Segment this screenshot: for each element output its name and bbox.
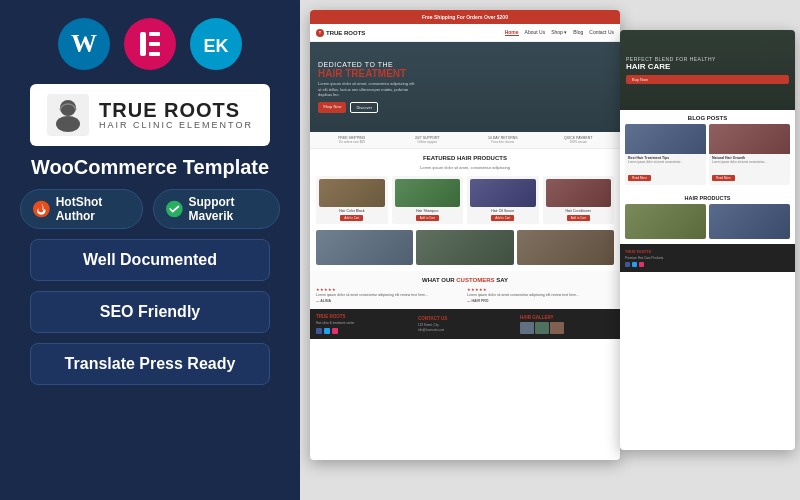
blog-post-text-1: Lorem ipsum dolor sit amet consectetur..… xyxy=(628,161,703,165)
side-social-icons xyxy=(625,262,790,267)
benefit-1: FREE SHIPPINGOn orders over $99 xyxy=(316,136,388,144)
product-4: Hair Conditioner Add to Cart xyxy=(543,176,615,224)
template-label: WooCommerce Template xyxy=(31,156,269,179)
svg-point-11 xyxy=(56,116,80,132)
hotshot-icon xyxy=(33,199,50,219)
product-img-2 xyxy=(395,179,461,207)
benefit-3: 14 DAY RETURNSFuss free returns xyxy=(467,136,539,144)
testimonials-row: ★★★★★ Lorem ipsum dolor sit amet consect… xyxy=(316,287,614,303)
side-mockup: PERFECT BLEND FOR HEALTHY HAIR CARE Buy … xyxy=(620,30,795,450)
mockup-logo-icon: T xyxy=(316,29,324,37)
well-documented-btn[interactable]: Well Documented xyxy=(30,239,270,281)
twitter-icon xyxy=(324,328,330,334)
product-btn-1[interactable]: Add to Cart xyxy=(340,215,363,221)
nav-shop: Shop ▾ xyxy=(551,29,567,36)
products-subtitle: Lorem ipsum dolor sit amet, consectetur … xyxy=(316,165,614,170)
footer-col-1: TRUE ROOTS Hair clinic & treatment cente… xyxy=(316,314,410,334)
blog-items-row: Best Hair Treatment Tips Lorem ipsum dol… xyxy=(625,124,790,185)
blog-img-1 xyxy=(625,124,706,154)
side-facebook-icon xyxy=(625,262,630,267)
footer-gallery-img-3 xyxy=(550,322,564,334)
nav-blog: Blog xyxy=(573,29,583,36)
side-footer: TRUE ROOTS Premium Hair Care Products xyxy=(620,244,795,272)
svg-rect-4 xyxy=(149,32,160,36)
side-instagram-icon xyxy=(639,262,644,267)
hero-discover-btn[interactable]: Discover xyxy=(350,102,378,113)
left-panel: W EK TRUE ROOTS HAIR CLINIC ELEMENTOR xyxy=(0,0,300,500)
benefit-4: QUICK PAYMENT100% secure xyxy=(543,136,615,144)
hero-desc: Lorem ipsum dolor sit amet, consectetur … xyxy=(318,81,418,98)
side-blog-title: BLOG POSTS xyxy=(625,115,790,121)
footer-col-3: HAIR GALLERY xyxy=(520,315,614,334)
testimonials-section: WHAT OUR CUSTOMERS SAY ★★★★★ Lorem ipsum… xyxy=(310,271,620,309)
svg-rect-3 xyxy=(140,32,146,56)
product-btn-3[interactable]: Add to Cart xyxy=(491,215,514,221)
products-row: Hair Color Black Add to Cart Hair Shampo… xyxy=(316,176,614,224)
ek-icon: EK xyxy=(190,18,242,70)
hotshot-label: HotShot Author xyxy=(56,195,130,223)
testimonial-1: ★★★★★ Lorem ipsum dolor sit amet consect… xyxy=(316,287,463,303)
mockup-hero-text: DEDICATED TO THE HAIR TREATMENT Lorem ip… xyxy=(318,61,418,113)
gallery-row xyxy=(310,230,620,271)
mockup-nav-logo: T TRUE ROOTS xyxy=(316,29,365,37)
logo-box: TRUE ROOTS HAIR CLINIC ELEMENTOR xyxy=(30,84,270,146)
footer-gallery xyxy=(520,322,614,334)
nav-home: Home xyxy=(505,29,519,36)
side-hero-btn[interactable]: Buy Now xyxy=(626,75,789,84)
svg-rect-6 xyxy=(149,52,160,56)
elementor-icon xyxy=(124,18,176,70)
gallery-img-3 xyxy=(517,230,614,265)
side-extra-items xyxy=(625,204,790,239)
badge-row: HotShot Author Support Maverik xyxy=(20,189,280,229)
testimonials-title: WHAT OUR CUSTOMERS SAY xyxy=(316,277,614,283)
side-extra-section: HAIR PRODUCTS xyxy=(620,190,795,244)
svg-point-10 xyxy=(60,100,76,116)
side-hero: PERFECT BLEND FOR HEALTHY HAIR CARE Buy … xyxy=(620,30,795,110)
side-twitter-icon xyxy=(632,262,637,267)
side-hero-title: HAIR CARE xyxy=(626,62,789,71)
logo-subtitle: HAIR CLINIC ELEMENTOR xyxy=(99,120,253,130)
blog-item-1: Best Hair Treatment Tips Lorem ipsum dol… xyxy=(625,124,706,185)
social-icons xyxy=(316,328,410,334)
svg-text:EK: EK xyxy=(203,36,228,56)
logo-text: TRUE ROOTS HAIR CLINIC ELEMENTOR xyxy=(99,100,253,130)
blog-read-btn-1[interactable]: Read More xyxy=(628,175,651,181)
svg-text:W: W xyxy=(71,29,97,58)
benefit-2: 24/7 SUPPORTOnline support xyxy=(392,136,464,144)
testimonial-2: ★★★★★ Lorem ipsum dolor sit amet consect… xyxy=(467,287,614,303)
facebook-icon xyxy=(316,328,322,334)
hero-shop-btn[interactable]: Shop Now xyxy=(318,102,346,113)
instagram-icon xyxy=(332,328,338,334)
nav-contact: Contact Us xyxy=(589,29,614,36)
product-name-3: Hair Oil Serum xyxy=(491,209,514,213)
main-mockup: Free Shipping For Orders Over $200 T TRU… xyxy=(310,10,620,460)
product-btn-2[interactable]: Add to Cart xyxy=(416,215,439,221)
products-section: FEATURED HAIR PRODUCTS Lorem ipsum dolor… xyxy=(310,149,620,230)
translate-press-btn[interactable]: Translate Press Ready xyxy=(30,343,270,385)
side-extra-title: HAIR PRODUCTS xyxy=(625,195,790,201)
products-title: FEATURED HAIR PRODUCTS xyxy=(316,155,614,161)
blog-content-1: Best Hair Treatment Tips Lorem ipsum dol… xyxy=(625,154,706,185)
benefits-bar: FREE SHIPPINGOn orders over $99 24/7 SUP… xyxy=(310,132,620,149)
product-name-4: Hair Conditioner xyxy=(566,209,591,213)
side-product-img-1 xyxy=(625,204,706,239)
side-footer-text: Premium Hair Care Products xyxy=(625,256,790,260)
hero-title: HAIR TREATMENT xyxy=(318,68,418,79)
seo-friendly-btn[interactable]: SEO Friendly xyxy=(30,291,270,333)
side-product-img-2 xyxy=(709,204,790,239)
plugin-icons-row: W EK xyxy=(58,18,242,70)
support-maverik-badge: Support Maverik xyxy=(153,189,280,229)
mockup-nav: T TRUE ROOTS Home About Us Shop ▾ Blog C… xyxy=(310,24,620,42)
blog-post-text-2: Lorem ipsum dolor sit amet consectetur..… xyxy=(712,161,787,165)
product-btn-4[interactable]: Add to Cart xyxy=(567,215,590,221)
mockup-footer: TRUE ROOTS Hair clinic & treatment cente… xyxy=(310,309,620,339)
svg-point-12 xyxy=(33,201,50,218)
side-blog-section: BLOG POSTS Best Hair Treatment Tips Lore… xyxy=(620,110,795,190)
blog-img-2 xyxy=(709,124,790,154)
product-3: Hair Oil Serum Add to Cart xyxy=(467,176,539,224)
nav-about: About Us xyxy=(525,29,546,36)
blog-content-2: Natural Hair Growth Lorem ipsum dolor si… xyxy=(709,154,790,185)
logo-avatar-icon xyxy=(47,94,89,136)
blog-read-btn-2[interactable]: Read More xyxy=(712,175,735,181)
mockup-topbar: Free Shipping For Orders Over $200 xyxy=(310,10,620,24)
